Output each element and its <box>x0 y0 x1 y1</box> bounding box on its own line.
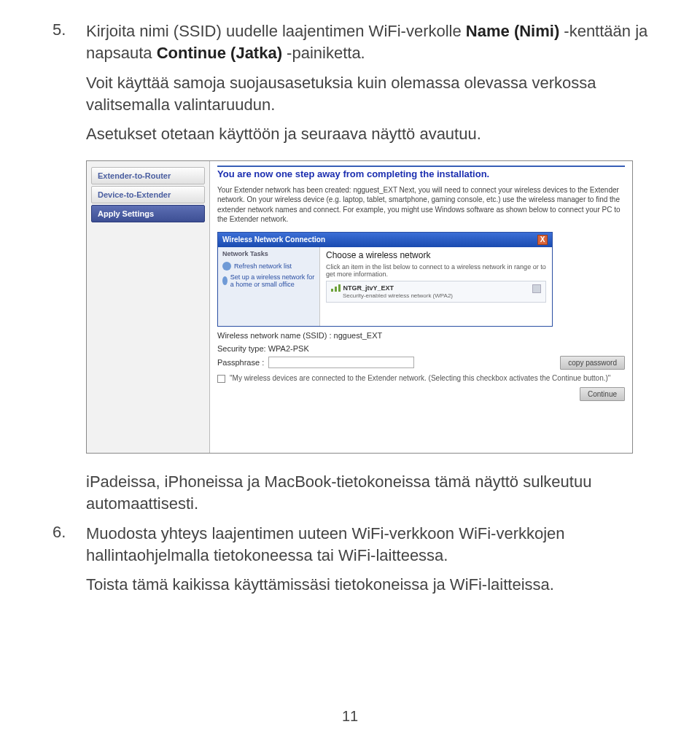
nav-extender-to-router[interactable]: Extender-to-Router <box>91 167 205 184</box>
xp-body: Network Tasks Refresh network list Set u… <box>218 247 552 326</box>
step5-text-after: -painiketta. <box>282 44 365 62</box>
step5-bold-name: Name (Nimi) <box>466 22 559 40</box>
confirm-checkbox-row: "My wireless devices are connected to th… <box>217 374 625 383</box>
step-5-number: 5. <box>52 20 73 153</box>
xp-setup-link[interactable]: Set up a wireless network for a home or … <box>222 273 315 288</box>
wizard-description: Your Extender network has been created: … <box>217 185 625 230</box>
xp-instructions: Click an item in the list below to conne… <box>326 263 546 278</box>
step-6: 6. Muodosta yhteys laajentimen uuteen Wi… <box>52 523 659 604</box>
close-icon[interactable]: X <box>537 235 548 245</box>
xp-refresh-link[interactable]: Refresh network list <box>222 262 315 271</box>
post-screenshot-para: iPadeissa, iPhoneissa ja MacBook-tietoko… <box>86 471 659 516</box>
xp-wireless-dialog: Wireless Network Connection X Network Ta… <box>217 232 553 327</box>
nav-device-to-extender[interactable]: Device-to-Extender <box>91 186 205 203</box>
passphrase-label: Passphrase : <box>217 358 264 367</box>
page-number: 11 <box>342 708 358 725</box>
step-6-body: Muodosta yhteys laajentimen uuteen WiFi-… <box>86 523 659 604</box>
copy-password-button[interactable]: copy password <box>560 356 625 370</box>
step-5-para1: Kirjoita nimi (SSID) uudelle laajentimen… <box>86 20 659 65</box>
confirm-checkbox-label: "My wireless devices are connected to th… <box>230 374 610 382</box>
wizard-nav: Extender-to-Router Device-to-Extender Ap… <box>87 161 209 453</box>
wizard-screenshot: Extender-to-Router Device-to-Extender Ap… <box>86 160 633 454</box>
security-type-label: Security type: WPA2-PSK <box>217 344 625 353</box>
scrollbar-icon[interactable] <box>532 284 541 293</box>
step5-text-before: Kirjoita nimi (SSID) uudelle laajentimen… <box>86 22 466 40</box>
passphrase-input[interactable] <box>268 357 414 368</box>
step-6-number: 6. <box>52 523 73 604</box>
xp-title-text: Wireless Network Connection <box>222 236 325 244</box>
step-5-para2: Voit käyttää samoja suojausasetuksia kui… <box>86 72 659 117</box>
xp-titlebar: Wireless Network Connection X <box>218 233 552 247</box>
step5-bold-continue: Continue (Jatka) <box>157 44 282 62</box>
setup-icon <box>222 276 228 285</box>
xp-network-item[interactable]: NTGR_jtvY_EXT Security-enabled wireless … <box>326 281 546 303</box>
wizard-headline: You are now one step away from completin… <box>217 166 625 185</box>
ssid-label: Wireless network name (SSID) : ngguest_E… <box>217 331 625 340</box>
continue-button[interactable]: Continue <box>580 387 625 401</box>
step-6-para1: Muodosta yhteys laajentimen uuteen WiFi-… <box>86 523 659 567</box>
xp-left-panel: Network Tasks Refresh network list Set u… <box>218 247 320 326</box>
step-5-para3: Asetukset otetaan käyttöön ja seuraava n… <box>86 123 659 145</box>
step-5-body: Kirjoita nimi (SSID) uudelle laajentimen… <box>86 20 659 153</box>
confirm-checkbox[interactable] <box>217 375 225 383</box>
step-5: 5. Kirjoita nimi (SSID) uudelle laajenti… <box>52 20 659 153</box>
continue-row: Continue <box>217 387 625 401</box>
step-6-para2: Toista tämä kaikissa käyttämissäsi tieto… <box>86 574 659 596</box>
xp-network-tasks-header: Network Tasks <box>222 250 315 257</box>
signal-icon <box>331 284 341 292</box>
nav-apply-settings[interactable]: Apply Settings <box>91 205 205 222</box>
wizard-main: You are now one step away from completin… <box>209 161 632 453</box>
xp-setup-text: Set up a wireless network for a home or … <box>230 273 315 288</box>
xp-choose-header: Choose a wireless network <box>326 250 546 260</box>
xp-network-security: Security-enabled wireless network (WPA2) <box>343 292 453 299</box>
xp-network-ssid: NTGR_jtvY_EXT <box>343 284 394 292</box>
passphrase-row: Passphrase : copy password <box>217 356 625 370</box>
xp-right-panel: Choose a wireless network Click an item … <box>320 247 552 326</box>
xp-refresh-text: Refresh network list <box>234 262 292 270</box>
refresh-icon <box>222 262 231 271</box>
